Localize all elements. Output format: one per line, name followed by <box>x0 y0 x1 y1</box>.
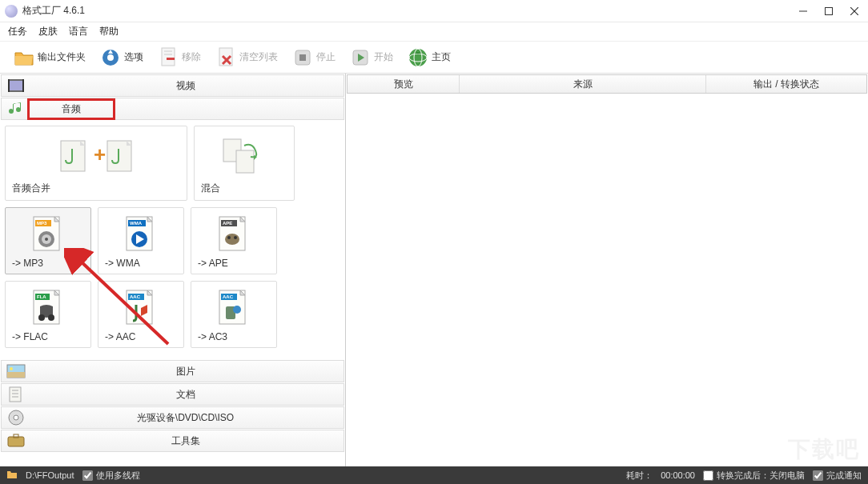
svg-point-16 <box>409 49 427 66</box>
main-area: 视频 音频 + <box>0 74 868 466</box>
multithread-label: 使用多线程 <box>96 470 140 482</box>
close-button[interactable] <box>849 6 860 17</box>
multithread-option[interactable]: 使用多线程 <box>82 470 140 482</box>
options-label: 选项 <box>124 50 143 64</box>
output-path[interactable]: D:\FFOutput <box>26 470 74 480</box>
mp3-icon: MP3 <box>12 213 84 256</box>
elapsed-label: 耗时： <box>626 470 653 482</box>
status-folder-icon[interactable] <box>6 470 18 481</box>
category-video[interactable]: 视频 <box>1 74 344 97</box>
tile-merge-label: 音频合并 <box>12 182 50 195</box>
menu-help[interactable]: 帮助 <box>99 25 119 38</box>
category-picture-label: 图片 <box>27 365 344 378</box>
minimize-button[interactable] <box>798 6 809 17</box>
options-button[interactable]: 选项 <box>94 45 149 70</box>
disc-icon <box>5 409 27 426</box>
notify-option[interactable]: 完成通知 <box>813 470 862 482</box>
menu-task[interactable]: 任务 <box>8 25 27 38</box>
notify-checkbox[interactable] <box>813 470 823 481</box>
category-audio[interactable]: 音频 <box>1 98 344 120</box>
picture-icon <box>5 362 27 380</box>
svg-text:APE: APE <box>223 221 232 226</box>
globe-icon <box>408 47 428 68</box>
homepage-button[interactable]: 主页 <box>402 45 456 70</box>
tile-mp3[interactable]: MP3 -> MP3 <box>5 207 91 274</box>
output-folder-label: 输出文件夹 <box>38 50 86 64</box>
start-icon <box>350 47 371 68</box>
start-button[interactable]: 开始 <box>344 45 399 70</box>
col-source[interactable]: 来源 <box>460 75 706 93</box>
audio-grid: + 音频合并 <box>0 121 345 359</box>
tile-mp3-label: -> MP3 <box>12 258 43 269</box>
svg-rect-1 <box>826 7 833 14</box>
aac-icon: AAC <box>105 286 177 330</box>
tile-aac[interactable]: AAC -> AAC <box>98 281 184 348</box>
svg-rect-58 <box>7 372 25 378</box>
table-body[interactable] <box>346 94 868 466</box>
tile-flac[interactable]: FLA -> FLAC <box>5 281 91 348</box>
svg-point-43 <box>234 236 237 239</box>
menu-language[interactable]: 语言 <box>69 25 88 38</box>
window-title: 格式工厂 4.6.1 <box>22 4 85 18</box>
svg-text:WMA: WMA <box>130 221 143 226</box>
stop-button[interactable]: 停止 <box>287 45 341 70</box>
svg-point-56 <box>233 306 241 314</box>
menu-skin[interactable]: 皮肤 <box>38 25 58 38</box>
notify-label: 完成通知 <box>826 470 862 482</box>
after-convert-checkbox[interactable] <box>703 470 713 481</box>
svg-rect-21 <box>8 79 10 92</box>
titlebar: 格式工厂 4.6.1 <box>0 0 868 22</box>
tile-wma-label: -> WMA <box>105 258 140 269</box>
stop-icon <box>292 47 313 68</box>
clear-list-label: 清空列表 <box>239 50 278 64</box>
ac3-icon: AAC <box>198 286 270 330</box>
stop-label: 停止 <box>316 50 336 64</box>
svg-text:AAC: AAC <box>130 294 141 299</box>
tile-ac3[interactable]: AAC -> AC3 <box>191 281 277 348</box>
tile-ape[interactable]: APE -> APE <box>191 207 277 274</box>
sidebar: 视频 音频 + <box>0 74 346 466</box>
svg-point-48 <box>48 314 54 321</box>
svg-text:AAC: AAC <box>223 294 234 299</box>
after-convert-option[interactable]: 转换完成后：关闭电脑 <box>703 470 805 482</box>
flac-icon: FLA <box>12 286 84 330</box>
category-toolset[interactable]: 工具集 <box>1 430 344 452</box>
col-output-status[interactable]: 输出 / 转换状态 <box>706 75 866 93</box>
category-optical[interactable]: 光驱设备\DVD\CD\ISO <box>1 406 344 429</box>
category-optical-label: 光驱设备\DVD\CD\ISO <box>27 411 344 425</box>
tile-audio-mix[interactable]: 混合 <box>194 126 295 201</box>
merge-icon: + <box>12 131 180 180</box>
wma-icon: WMA <box>105 213 177 256</box>
content-pane: 预览 来源 输出 / 转换状态 <box>346 74 868 466</box>
video-icon <box>5 77 27 94</box>
options-icon <box>100 47 121 68</box>
category-toolset-label: 工具集 <box>27 434 344 448</box>
svg-rect-66 <box>8 437 24 446</box>
svg-point-33 <box>45 238 48 241</box>
category-video-label: 视频 <box>27 79 344 93</box>
clear-list-button[interactable]: 清空列表 <box>210 45 283 70</box>
col-preview[interactable]: 预览 <box>348 75 460 93</box>
maximize-button[interactable] <box>823 6 834 17</box>
window-controls <box>798 6 863 17</box>
category-picture[interactable]: 图片 <box>1 360 344 382</box>
elapsed-value: 00:00:00 <box>661 470 695 480</box>
tile-audio-merge[interactable]: + 音频合并 <box>5 126 187 201</box>
svg-point-42 <box>227 236 231 239</box>
svg-point-47 <box>38 314 45 321</box>
tile-mix-label: 混合 <box>201 182 220 195</box>
app-icon <box>5 5 18 18</box>
svg-text:+: + <box>94 142 106 166</box>
svg-point-41 <box>225 234 239 245</box>
start-label: 开始 <box>374 50 393 64</box>
category-document[interactable]: 文档 <box>1 383 344 406</box>
tile-wma[interactable]: WMA -> WMA <box>98 207 184 274</box>
multithread-checkbox[interactable] <box>82 470 93 481</box>
svg-rect-27 <box>236 150 254 173</box>
document-icon <box>5 386 27 403</box>
svg-rect-6 <box>162 48 175 66</box>
remove-button[interactable]: 移除 <box>152 45 207 70</box>
mix-icon <box>201 131 287 180</box>
category-document-label: 文档 <box>27 388 344 402</box>
output-folder-button[interactable]: 输出文件夹 <box>8 45 91 70</box>
